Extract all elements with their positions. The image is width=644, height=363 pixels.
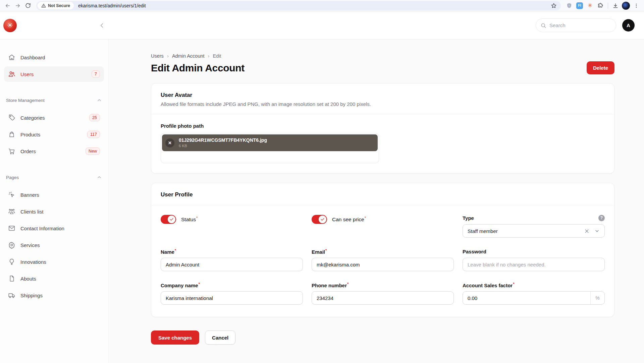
user-avatar[interactable]: A [622, 19, 635, 32]
warning-icon [41, 3, 46, 8]
not-secure-chip[interactable]: Not Secure [38, 2, 74, 9]
email-label: Email* [312, 248, 327, 255]
downloads-icon[interactable] [611, 1, 620, 10]
save-changes-button[interactable]: Save changes [151, 330, 199, 345]
user-avatar-card: User Avatar Allowed file formats include… [151, 83, 614, 174]
status-label: Status* [181, 216, 198, 223]
categories-count-badge: 25 [89, 114, 100, 122]
password-field: Password [463, 248, 605, 271]
type-select[interactable]: Staff member [463, 224, 605, 238]
file-size: 6 KB [179, 143, 267, 148]
phone-number-input[interactable] [312, 291, 454, 305]
cancel-button[interactable]: Cancel [205, 330, 235, 345]
type-label: Type [463, 215, 474, 221]
chevron-up-icon [97, 175, 102, 180]
truck-icon [8, 292, 15, 299]
company-name-input[interactable] [161, 291, 303, 305]
sidebar-item-dashboard[interactable]: Dashboard [4, 50, 104, 65]
name-input[interactable] [161, 258, 303, 271]
toolbar-extensions: FI ✳ [565, 1, 641, 10]
uploaded-file-chip: ✕ 01J292G4R1WCGSMT7FB4YKQNT6.jpg 6 KB [162, 134, 378, 151]
sidebar-item-shippings[interactable]: Shippings [4, 288, 104, 303]
account-sales-factor-label: Account Sales factor* [463, 282, 515, 288]
app-header: ✳ A [0, 11, 644, 40]
sidebar-item-clients-list[interactable]: Clients list [4, 204, 104, 219]
sidebar-item-label: Clients list [20, 209, 43, 215]
breadcrumb-edit: Edit [213, 53, 221, 59]
sidebar-item-services[interactable]: Services [4, 237, 104, 253]
toolbar-separator [608, 3, 608, 9]
browser-menu-icon[interactable] [632, 1, 641, 10]
delete-button[interactable]: Delete [587, 61, 614, 74]
sidebar-item-orders[interactable]: Orders New [4, 143, 104, 159]
file-upload-dropzone[interactable]: ✕ 01J292G4R1WCGSMT7FB4YKQNT6.jpg 6 KB [161, 133, 379, 163]
fi-extension-icon[interactable]: FI [575, 1, 584, 10]
lightbulb-icon [8, 258, 15, 265]
sidebar-item-label: Innovations [20, 259, 46, 265]
status-toggle[interactable] [161, 215, 176, 224]
tag-icon [8, 114, 15, 121]
sidebar-collapse-button[interactable] [97, 21, 107, 30]
sidebar-item-innovations[interactable]: Innovations [4, 254, 104, 269]
sidebar-section-pages[interactable]: Pages [4, 172, 104, 182]
file-name: 01J292G4R1WCGSMT7FB4YKQNT6.jpg [179, 137, 267, 143]
user-profile-card: User Profile Status* [151, 183, 614, 317]
help-icon[interactable]: ? [598, 215, 605, 221]
email-input[interactable] [312, 258, 454, 271]
password-label: Password [463, 249, 486, 254]
cursor-click-icon [8, 191, 15, 198]
users-icon [8, 70, 15, 78]
sidebar-item-label: Users [20, 71, 34, 77]
security-label: Not Secure [48, 3, 70, 8]
extensions-puzzle-icon[interactable] [596, 1, 605, 10]
products-count-badge: 117 [87, 131, 100, 138]
clear-icon[interactable] [584, 229, 589, 234]
home-icon [8, 54, 15, 61]
url-text: ekarisma.test/admin/users/1/edit [78, 3, 551, 8]
toggle-check-icon [168, 216, 175, 223]
address-bar[interactable]: Not Secure ekarisma.test/admin/users/1/e… [36, 1, 561, 10]
users-count-badge: 7 [92, 70, 100, 78]
bookmark-star-icon[interactable] [551, 3, 557, 9]
sidebar-section-store-management[interactable]: Store Management [4, 95, 104, 105]
breadcrumb-users[interactable]: Users [151, 53, 164, 59]
people-group-icon [8, 208, 15, 215]
type-select-value: Staff member [468, 228, 498, 234]
chevron-down-icon[interactable] [594, 228, 600, 234]
forward-icon[interactable] [13, 1, 22, 10]
account-sales-factor-field: Account Sales factor* % [463, 282, 605, 305]
sidebar-item-abouts[interactable]: Abouts [4, 271, 104, 286]
main-area: Users › Admin Account › Edit Edit Admin … [108, 40, 644, 363]
brand-logo[interactable]: ✳ [3, 19, 17, 32]
can-see-price-toggle-cell: Can see price* [312, 215, 454, 224]
sidebar-item-label: Contact Information [20, 226, 64, 231]
account-sales-factor-input[interactable] [463, 291, 605, 305]
back-icon[interactable] [3, 1, 12, 10]
sidebar-item-products[interactable]: Products 117 [4, 127, 104, 142]
password-input[interactable] [463, 258, 605, 271]
search-input[interactable] [536, 18, 616, 32]
gear-icon [8, 241, 15, 249]
shield-extension-icon[interactable] [565, 1, 574, 10]
breadcrumb-admin-account[interactable]: Admin Account [172, 53, 205, 59]
starburst-extension-icon[interactable]: ✳ [586, 1, 594, 10]
sidebar-item-label: Dashboard [20, 55, 45, 60]
page-title: Edit Admin Account [151, 62, 245, 74]
profile-avatar[interactable] [622, 1, 630, 10]
reload-icon[interactable] [23, 1, 32, 10]
card-title: User Avatar [161, 92, 605, 99]
chevron-right-icon: › [208, 53, 210, 59]
orders-new-badge: New [86, 147, 100, 155]
breadcrumb: Users › Admin Account › Edit [151, 53, 614, 59]
bag-icon [8, 131, 15, 138]
sidebar-item-users[interactable]: Users 7 [4, 66, 104, 82]
phone-number-label: Phone number* [312, 282, 348, 288]
can-see-price-toggle[interactable] [312, 215, 327, 224]
sidebar-item-contact-information[interactable]: Contact Information [4, 221, 104, 236]
sidebar-item-banners[interactable]: Banners [4, 187, 104, 202]
envelope-icon [8, 225, 15, 232]
phone-number-field: Phone number* [312, 282, 454, 305]
sidebar-item-categories[interactable]: Categories 25 [4, 110, 104, 125]
remove-file-button[interactable]: ✕ [165, 138, 174, 147]
sidebar-item-label: Orders [20, 148, 36, 154]
